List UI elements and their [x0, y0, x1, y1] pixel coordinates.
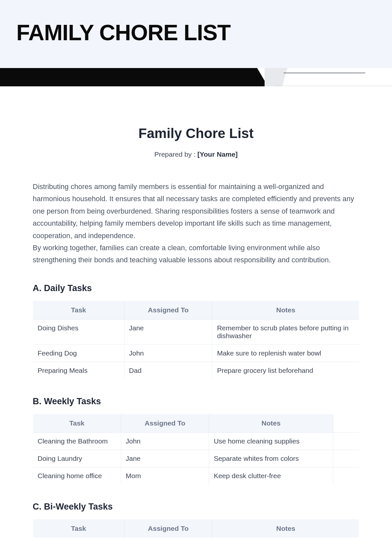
table-row: Doing Dishes Jane Remember to scrub plat…: [33, 319, 359, 344]
hero-banner: FAMILY CHORE LIST: [0, 0, 392, 68]
cell-task: Cleaning home office: [33, 467, 121, 484]
col-header-notes: Notes: [212, 519, 359, 538]
cell-notes: Separate whites from colors: [209, 450, 333, 467]
cell-assigned: Jane: [121, 450, 209, 467]
intro-text: Distributing chores among family members…: [33, 181, 359, 266]
prepared-by-line: Prepared by : [Your Name]: [33, 150, 359, 158]
cell-spacer: [333, 432, 359, 450]
table-row: Doing Laundry Jane Separate whites from …: [33, 450, 359, 467]
col-header-notes: Notes: [209, 414, 333, 432]
hero-title: FAMILY CHORE LIST: [16, 20, 376, 45]
cell-assigned: John: [121, 432, 209, 450]
intro-paragraph-1: Distributing chores among family members…: [33, 181, 359, 242]
cell-spacer: [333, 450, 359, 467]
section-heading-biweekly: C. Bi-Weekly Tasks: [33, 502, 359, 512]
banner-gray-shape: [265, 68, 287, 86]
biweekly-tasks-table: Task Assigned To Notes: [33, 519, 359, 538]
cell-notes: Remember to scrub plates before putting …: [212, 319, 359, 344]
col-header-assigned: Assigned To: [124, 519, 212, 538]
prepared-by-name: [Your Name]: [197, 150, 237, 158]
table-header-row: Task Assigned To Notes: [33, 414, 359, 432]
decorative-banner: [0, 68, 392, 86]
table-row: Preparing Meals Dad Prepare grocery list…: [33, 362, 359, 379]
cell-assigned: Dad: [124, 362, 212, 379]
document-title: Family Chore List: [33, 126, 359, 141]
weekly-tasks-table: Task Assigned To Notes Cleaning the Bath…: [33, 414, 359, 485]
col-header-notes: Notes: [212, 301, 359, 319]
banner-line-thin: [274, 86, 392, 86]
col-header-spacer: [333, 414, 359, 432]
table-row: Cleaning home office Mom Keep desk clutt…: [33, 467, 359, 484]
cell-assigned: Mom: [121, 467, 209, 484]
cell-notes: Make sure to replenish water bowl: [212, 344, 359, 362]
section-heading-weekly: B. Weekly Tasks: [33, 396, 359, 407]
prepared-by-label: Prepared by :: [154, 150, 197, 158]
cell-task: Doing Dishes: [33, 319, 124, 344]
banner-line-thick: [284, 73, 365, 73]
section-heading-daily: A. Daily Tasks: [33, 283, 359, 293]
intro-paragraph-2: By working together, families can create…: [33, 242, 359, 266]
cell-notes: Keep desk clutter-free: [209, 467, 333, 484]
col-header-assigned: Assigned To: [124, 301, 212, 319]
table-row: Cleaning the Bathroom John Use home clea…: [33, 432, 359, 450]
cell-spacer: [333, 467, 359, 484]
col-header-task: Task: [33, 414, 121, 432]
document-content: Family Chore List Prepared by : [Your Na…: [0, 86, 392, 551]
cell-task: Preparing Meals: [33, 362, 124, 379]
cell-notes: Use home cleaning supplies: [209, 432, 333, 450]
cell-task: Cleaning the Bathroom: [33, 432, 121, 450]
col-header-task: Task: [33, 301, 124, 319]
cell-notes: Prepare grocery list beforehand: [212, 362, 359, 379]
cell-task: Feeding Dog: [33, 344, 124, 362]
table-row: Feeding Dog John Make sure to replenish …: [33, 344, 359, 362]
banner-black-shape: [0, 68, 268, 86]
table-header-row: Task Assigned To Notes: [33, 301, 359, 319]
table-header-row: Task Assigned To Notes: [33, 519, 359, 538]
cell-task: Doing Laundry: [33, 450, 121, 467]
cell-assigned: John: [124, 344, 212, 362]
col-header-task: Task: [33, 519, 124, 538]
col-header-assigned: Assigned To: [121, 414, 209, 432]
daily-tasks-table: Task Assigned To Notes Doing Dishes Jane…: [33, 301, 359, 379]
cell-assigned: Jane: [124, 319, 212, 344]
